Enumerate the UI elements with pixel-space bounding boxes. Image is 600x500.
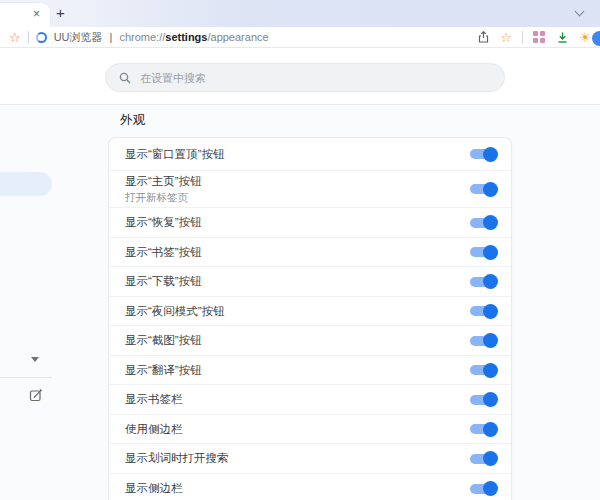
row-label: 显示侧边栏 [125, 482, 470, 495]
toggle-knob [483, 304, 498, 319]
tab-bar: × + [0, 0, 600, 27]
settings-row: 显示“截图”按钮 [109, 326, 511, 356]
share-icon[interactable] [476, 30, 490, 44]
toggle-switch[interactable] [470, 365, 496, 375]
row-label: 显示“夜间模式”按钮 [125, 305, 470, 318]
compose-icon[interactable] [29, 388, 43, 402]
toggle-switch[interactable] [470, 149, 496, 159]
toggle-switch[interactable] [470, 184, 496, 194]
toolbar-separator [28, 31, 29, 43]
settings-row: 显示“恢复”按钮 [109, 208, 511, 238]
theme-sun-icon[interactable]: ☀ [578, 30, 592, 44]
toggle-switch[interactable] [470, 218, 496, 228]
edge-profile-icon[interactable] [592, 31, 600, 46]
url-separator: | [110, 31, 113, 43]
settings-row: 显示“翻译”按钮 [109, 356, 511, 385]
settings-search-band [0, 48, 600, 105]
toggle-knob [483, 422, 498, 437]
active-tab[interactable] [0, 3, 50, 27]
settings-row: 使用侧边栏 [109, 415, 511, 444]
caret-down-icon[interactable] [31, 357, 39, 362]
new-tab-button[interactable]: + [56, 5, 65, 21]
row-label: 显示书签栏 [125, 393, 470, 406]
toolbar-right-separator [522, 31, 523, 43]
toggle-switch[interactable] [470, 424, 496, 434]
settings-main: 外观 显示“窗口置顶”按钮 显示“主页”按钮 打开新标签页 显示“恢复”按钮 显… [0, 105, 600, 500]
toggle-knob [483, 392, 498, 407]
row-label: 显示“截图”按钮 [125, 334, 470, 347]
row-sublabel: 打开新标签页 [125, 191, 470, 203]
toggle-switch[interactable] [470, 306, 496, 316]
settings-row: 显示书签栏 [109, 385, 511, 415]
toggle-switch[interactable] [470, 247, 496, 257]
row-label: 显示划词时打开搜索 [125, 452, 470, 465]
row-label: 使用侧边栏 [125, 423, 470, 436]
tab-close-icon[interactable]: × [33, 9, 40, 19]
toggle-knob [483, 333, 498, 348]
settings-row: 显示“夜间模式”按钮 [109, 297, 511, 326]
toggle-switch[interactable] [470, 484, 496, 494]
settings-row: 显示“下载”按钮 [109, 267, 511, 297]
settings-row: 显示划词时打开搜索 [109, 444, 511, 474]
favorite-star-icon[interactable]: ☆ [499, 30, 513, 44]
extensions-grid-icon[interactable] [532, 30, 546, 44]
toggle-knob [483, 363, 498, 378]
sidebar-divider [0, 377, 52, 378]
toggle-switch[interactable] [470, 454, 496, 464]
toggle-switch[interactable] [470, 336, 496, 346]
toolbar-star-icon[interactable]: ☆ [9, 31, 21, 44]
toggle-knob [483, 245, 498, 260]
search-input[interactable] [140, 72, 491, 84]
browser-logo-icon [36, 32, 47, 43]
settings-row: 显示“主页”按钮 打开新标签页 [109, 171, 511, 208]
toggle-knob [483, 451, 498, 466]
address-url[interactable]: chrome://settings/appearance [119, 31, 268, 43]
search-icon [119, 72, 131, 84]
url-suffix: /appearance [207, 31, 268, 43]
download-icon[interactable] [555, 30, 569, 44]
page-title: 外观 [120, 112, 145, 129]
settings-row: 显示“书签”按钮 [109, 238, 511, 267]
toggle-switch[interactable] [470, 395, 496, 405]
toggle-knob [483, 215, 498, 230]
row-label: 显示“书签”按钮 [125, 246, 470, 259]
toggle-knob [483, 182, 498, 197]
settings-card: 显示“窗口置顶”按钮 显示“主页”按钮 打开新标签页 显示“恢复”按钮 显示“书… [108, 137, 512, 500]
search-box[interactable] [105, 63, 505, 92]
url-settings-segment: settings [165, 31, 207, 43]
row-label: 显示“下载”按钮 [125, 275, 470, 288]
toolbar: ☆ UU浏览器 | chrome://settings/appearance ☆… [0, 27, 600, 48]
url-prefix: chrome:// [119, 31, 165, 43]
sidebar-highlight-pill [0, 172, 52, 196]
row-label: 显示“主页”按钮 [125, 175, 470, 188]
toggle-knob [483, 481, 498, 496]
toggle-knob [483, 147, 498, 162]
row-label: 显示“翻译”按钮 [125, 364, 470, 377]
settings-row: 显示侧边栏 [109, 474, 511, 500]
row-label: 显示“恢复”按钮 [125, 216, 470, 229]
settings-row: 显示“窗口置顶”按钮 [109, 138, 511, 171]
toggle-switch[interactable] [470, 277, 496, 287]
row-label: 显示“窗口置顶”按钮 [125, 148, 470, 161]
brand-label: UU浏览器 [54, 30, 103, 45]
toggle-knob [483, 274, 498, 289]
chevron-down-icon[interactable] [575, 8, 583, 16]
